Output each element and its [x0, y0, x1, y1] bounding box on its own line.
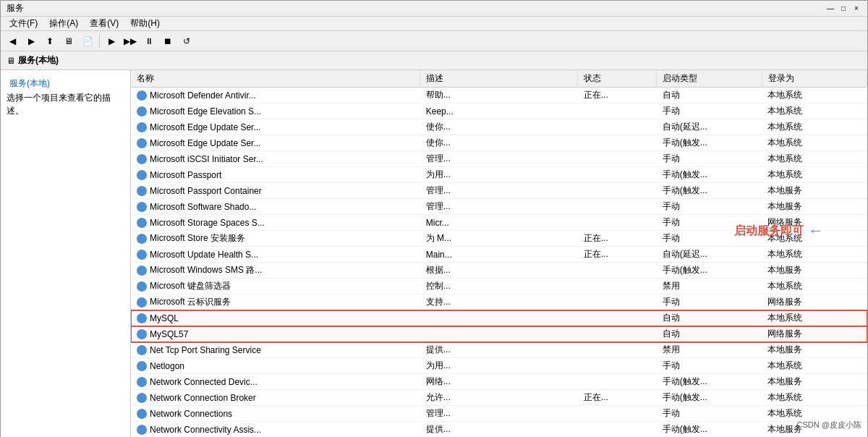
table-row[interactable]: Microsoft Passport Container管理...手动(触发..… — [131, 183, 867, 199]
maximize-btn[interactable]: □ — [838, 4, 848, 14]
service-startup-cell: 自动(延迟... — [657, 247, 762, 263]
left-description: 选择一个项目来查看它的描述。 — [7, 91, 124, 117]
table-row[interactable]: Network Connections管理...手动本地系统 — [131, 406, 867, 422]
service-name-text: Microsoft 云标识服务 — [150, 297, 231, 307]
table-row[interactable]: Network Connectivity Assis...提供...手动(触发.… — [131, 422, 867, 438]
table-row[interactable]: Microsoft 键盘筛选器控制...禁用本地系统 — [131, 279, 867, 294]
service-name-cell: Network Connectivity Assis... — [131, 422, 420, 438]
service-icon — [137, 170, 147, 180]
service-desc-cell: 为用... — [420, 358, 578, 374]
service-startup-cell: 手动(触发... — [657, 374, 762, 390]
service-login-cell: 网络服务 — [762, 326, 867, 342]
service-name-text: Microsoft Software Shado... — [150, 202, 256, 212]
service-desc-cell: 支持... — [420, 294, 578, 310]
back-btn[interactable]: ◀ — [4, 33, 21, 49]
toolbar: ◀ ▶ ⬆ 🖥 📄 ▶ ▶▶ ⏸ ⏹ ↺ — [1, 31, 867, 51]
menu-action[interactable]: 操作(A) — [43, 16, 84, 31]
service-name-text: Network Connected Devic... — [150, 377, 258, 387]
service-startup-cell: 禁用 — [657, 342, 762, 358]
service-status-cell — [578, 358, 657, 374]
service-status-cell — [578, 215, 657, 231]
restart-btn[interactable]: ↺ — [178, 33, 195, 49]
service-icon — [137, 218, 147, 228]
doc-btn[interactable]: 📄 — [79, 33, 96, 49]
table-row[interactable]: Microsoft Edge Update Ser...使你...手动(触发..… — [131, 135, 867, 151]
computer-btn[interactable]: 🖥 — [60, 33, 77, 49]
service-name-cell: MySQL — [131, 310, 420, 326]
service-icon — [137, 90, 147, 101]
col-header-status[interactable]: 状态 — [578, 70, 657, 88]
menu-view[interactable]: 查看(V) — [84, 16, 124, 31]
service-desc-cell: 为 M... — [420, 231, 578, 247]
table-row[interactable]: MySQL57自动网络服务 — [131, 326, 867, 342]
service-desc-cell: Micr... — [420, 215, 578, 231]
play-btn[interactable]: ▶ — [103, 33, 120, 49]
service-icon — [137, 138, 147, 148]
table-row[interactable]: Microsoft Edge Update Ser...使你...自动(延迟..… — [131, 119, 867, 135]
table-row[interactable]: Net Tcp Port Sharing Service提供...禁用本地服务 — [131, 342, 867, 358]
pause-btn[interactable]: ⏸ — [140, 33, 158, 49]
service-startup-cell: 手动 — [657, 103, 762, 119]
table-row[interactable]: Microsoft Windows SMS 路...根据...手动(触发...本… — [131, 263, 867, 279]
table-row[interactable]: Network Connection Broker允许...正在...手动(触发… — [131, 390, 867, 406]
service-desc-cell: Main... — [420, 247, 578, 263]
table-row[interactable]: Microsoft Edge Elevation S...Keep...手动本地… — [131, 103, 867, 119]
service-name-text: Net Tcp Port Sharing Service — [150, 345, 261, 355]
service-icon — [137, 202, 147, 212]
service-login-cell: 本地系统 — [762, 390, 867, 406]
service-icon — [137, 234, 147, 244]
service-name-text: Microsoft Windows SMS 路... — [150, 265, 262, 275]
stop-btn[interactable]: ⏹ — [159, 33, 176, 49]
service-name-cell: Network Connection Broker — [131, 390, 420, 406]
close-btn[interactable]: × — [851, 4, 861, 14]
table-row[interactable]: Microsoft iSCSI Initiator Ser...管理...手动本… — [131, 151, 867, 167]
table-row[interactable]: Netlogon为用...手动本地系统 — [131, 358, 867, 374]
table-row[interactable]: Microsoft Update Health S...Main...正在...… — [131, 247, 867, 263]
col-header-login[interactable]: 登录为 — [762, 70, 867, 88]
address-icon: 🖥 — [7, 56, 15, 66]
table-row[interactable]: MySQL自动本地系统 — [131, 310, 867, 326]
table-row[interactable]: Network Connected Devic...网络...手动(触发...本… — [131, 374, 867, 390]
service-status-cell — [578, 374, 657, 390]
services-table-container[interactable]: 名称 描述 状态 启动类型 登录为 Microsoft Defender Ant… — [131, 70, 867, 437]
service-icon — [137, 393, 147, 403]
up-btn[interactable]: ⬆ — [41, 33, 59, 49]
service-login-cell: 本地系统 — [762, 135, 867, 151]
service-name-text: Microsoft iSCSI Initiator Ser... — [150, 154, 263, 164]
menu-help[interactable]: 帮助(H) — [124, 16, 166, 31]
service-name-text: Microsoft Passport Container — [150, 186, 262, 196]
annotation-arrow: ← — [808, 221, 824, 240]
service-icon — [137, 186, 147, 196]
service-startup-cell: 手动(触发... — [657, 263, 762, 279]
service-name-cell: Microsoft Defender Antivir... — [131, 88, 420, 103]
service-icon — [137, 122, 147, 132]
service-desc-cell: 管理... — [420, 199, 578, 215]
annotation: 启动服务即可 ← — [734, 221, 824, 240]
service-login-cell: 本地系统 — [762, 119, 867, 135]
table-row[interactable]: Microsoft 云标识服务支持...手动网络服务 — [131, 294, 867, 310]
col-header-startup[interactable]: 启动类型 — [657, 70, 762, 88]
menu-file[interactable]: 文件(F) — [4, 16, 43, 31]
table-row[interactable]: Microsoft Passport为用...手动(触发...本地系统 — [131, 167, 867, 183]
main-container: 服务(本地) 选择一个项目来查看它的描述。 名称 描述 状态 启动类型 登录为 … — [1, 70, 867, 437]
service-icon — [137, 377, 147, 387]
local-services-link[interactable]: 服务(本地) — [7, 76, 124, 91]
forward-btn[interactable]: ▶ — [22, 33, 40, 49]
service-login-cell: 本地服务 — [762, 342, 867, 358]
service-login-cell: 本地系统 — [762, 279, 867, 294]
service-startup-cell: 手动(触发... — [657, 422, 762, 438]
service-startup-cell: 自动 — [657, 88, 762, 103]
table-row[interactable]: Microsoft Defender Antivir...帮助...正在...自… — [131, 88, 867, 103]
col-header-desc[interactable]: 描述 — [420, 70, 578, 88]
service-name-cell: Microsoft 键盘筛选器 — [131, 279, 420, 294]
service-name-cell: Netlogon — [131, 358, 420, 374]
service-login-cell: 本地系统 — [762, 247, 867, 263]
col-header-name[interactable]: 名称 — [131, 70, 420, 88]
service-name-cell: MySQL57 — [131, 326, 420, 342]
minimize-btn[interactable]: — — [825, 4, 835, 14]
service-name-cell: Net Tcp Port Sharing Service — [131, 342, 420, 358]
fastforward-btn[interactable]: ▶▶ — [122, 33, 139, 49]
table-row[interactable]: Microsoft Software Shado...管理...手动本地服务 — [131, 199, 867, 215]
service-login-cell: 本地服务 — [762, 199, 867, 215]
service-login-cell: 本地系统 — [762, 167, 867, 183]
